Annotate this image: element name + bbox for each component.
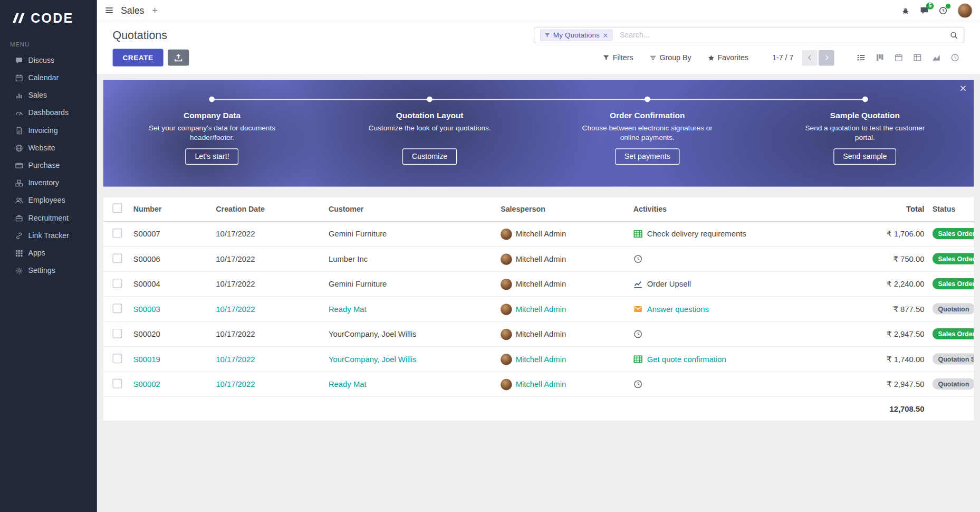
sidebar-item-website[interactable]: Website [0,139,97,156]
sidebar-item-purchase[interactable]: Purchase [0,157,97,174]
banner-close-icon[interactable] [959,84,967,92]
sidebar-item-inventory[interactable]: Inventory [0,174,97,192]
table-row[interactable]: S0000310/17/2022Ready MatMitchell AdminA… [103,297,974,321]
filters-button[interactable]: Filters [603,53,633,62]
search-input[interactable] [618,30,944,40]
column-header-number[interactable]: Number [133,197,216,222]
sales-icon [15,91,23,99]
sidebar-item-label: Link Tracker [28,231,69,240]
table-header-row: Number Creation Date Customer Salesperso… [103,197,974,222]
chevron-right-icon [823,54,830,61]
sidebar-item-label: Sales [28,91,47,100]
facet-remove-icon[interactable] [603,32,609,38]
row-checkbox[interactable] [113,378,122,388]
control-panel: Quotations My Quotations [97,21,980,74]
list-view-button[interactable] [852,50,871,65]
sidebar-item-employees[interactable]: Employees [0,192,97,209]
create-button[interactable]: CREATE [113,49,164,67]
spreadsheet-icon[interactable] [633,355,643,364]
select-all-checkbox[interactable] [113,204,122,213]
sidebar-item-sales[interactable]: Sales [0,87,97,104]
sidebar-item-recruitment[interactable]: Recruitment [0,209,97,226]
top-navbar: Sales 5 [97,0,980,21]
activity-view-button[interactable] [946,50,965,65]
dashboards-icon [15,109,23,117]
creation-date: 10/17/2022 [216,271,329,296]
brand-logo[interactable]: CODE [0,0,97,33]
status-badge: Sales Order [933,227,974,239]
group-by-label: Group By [659,53,691,62]
pager-previous-button[interactable] [802,50,818,65]
sidebar-item-calendar[interactable]: Calendar [0,69,97,87]
row-checkbox[interactable] [113,253,122,263]
column-header-salesperson[interactable]: Salesperson [501,197,633,222]
creation-date: 10/17/2022 [216,347,329,372]
sidebar-item-apps[interactable]: Apps [0,244,97,262]
column-header-creation-date[interactable]: Creation Date [216,197,329,222]
messages-icon[interactable]: 5 [920,6,929,15]
table-row[interactable]: S0000210/17/2022Ready MatMitchell Admin₹… [103,372,974,396]
favorites-button[interactable]: Favorites [707,53,748,62]
spreadsheet-icon[interactable] [633,229,643,239]
lets-start-button[interactable]: Let's start! [186,148,239,165]
plus-icon[interactable] [151,7,158,14]
step-dot [645,97,650,102]
calendar-view-button[interactable] [889,50,908,65]
pager-next-button[interactable] [819,50,834,65]
onboarding-steps: Company Data Set your company's data for… [103,97,974,165]
search-filter-facet[interactable]: My Quotations [540,30,613,41]
app-title[interactable]: Sales [121,5,145,15]
table-row[interactable]: S0000610/17/2022Lumber IncMitchell Admin… [103,246,974,271]
table-row[interactable]: S0000710/17/2022Gemini FurnitureMitchell… [103,221,974,246]
apps-menu-icon[interactable] [104,6,114,15]
clock-icon[interactable] [633,380,643,389]
clock-icon[interactable] [633,254,643,264]
envelope-icon[interactable] [633,305,643,314]
sidebar-item-settings[interactable]: Settings [0,262,97,279]
onboarding-step-order-confirmation: Order Confirmation Choose between electr… [539,97,756,165]
sidebar-item-label: Website [28,144,55,153]
status-badge: Sales Order [933,278,974,289]
creation-date: 10/17/2022 [216,221,329,246]
search-icon[interactable] [950,31,958,39]
row-checkbox[interactable] [113,354,122,363]
facet-label: My Quotations [553,31,600,39]
column-header-customer[interactable]: Customer [329,197,501,222]
step-dot [209,97,215,102]
customize-button[interactable]: Customize [402,148,457,165]
set-payments-button[interactable]: Set payments [615,148,680,165]
creation-date: 10/17/2022 [216,297,329,321]
group-by-button[interactable]: Group By [649,53,691,62]
kanban-view-button[interactable] [870,50,889,65]
chart-line-icon[interactable] [633,279,643,289]
creation-date: 10/17/2022 [216,321,329,346]
export-button[interactable] [168,50,189,66]
table-row[interactable]: S0002010/17/2022YourCompany, Joel Willis… [103,321,974,346]
clock-icon[interactable] [633,329,643,339]
row-checkbox[interactable] [113,328,122,338]
column-header-status[interactable]: Status [933,197,974,222]
table-row[interactable]: S0000410/17/2022Gemini FurnitureMitchell… [103,271,974,296]
row-checkbox[interactable] [113,304,122,313]
debug-bug-icon[interactable] [901,6,910,15]
pivot-view-button[interactable] [908,50,927,65]
sidebar-item-discuss[interactable]: Discuss [0,51,97,69]
sidebar-item-invoicing[interactable]: Invoicing [0,121,97,139]
sidebar-item-dashboards[interactable]: Dashboards [0,104,97,121]
table-row[interactable]: S0001910/17/2022YourCompany, Joel Willis… [103,347,974,372]
sidebar-item-label: Inventory [28,178,59,187]
sidebar-item-link-tracker[interactable]: Link Tracker [0,226,97,244]
send-sample-button[interactable]: Send sample [833,148,896,165]
activities-clock-icon[interactable] [939,6,948,15]
graph-view-button[interactable] [927,50,946,65]
user-avatar[interactable] [957,3,972,17]
column-header-total[interactable]: Total [835,197,933,222]
row-checkbox[interactable] [113,278,122,288]
row-checkbox[interactable] [113,228,122,238]
kanban-view-icon [876,53,885,62]
pager-range: 1-7 / 7 [772,53,793,62]
upload-icon [174,53,183,62]
search-bar[interactable]: My Quotations [534,27,964,43]
column-header-activities[interactable]: Activities [633,197,835,222]
salesperson-name: Mitchell Admin [516,280,566,289]
